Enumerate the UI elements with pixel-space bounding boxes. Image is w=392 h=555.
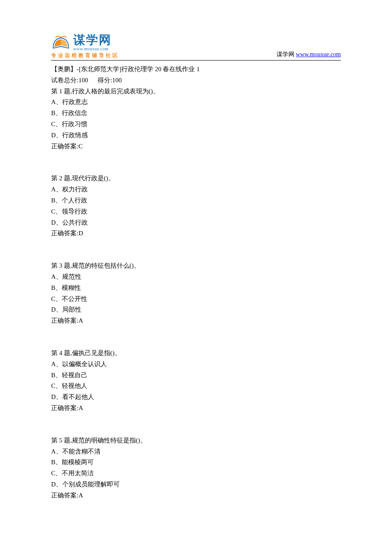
question-answer: 正确答案:A [51, 490, 341, 501]
header-row: 谋学网 www.mouxue.com 专业远程教育辅导社区 谋学网 www.mo… [51, 34, 341, 61]
question-option: C、不用太简洁 [51, 468, 341, 479]
question-option: B、能模棱两可 [51, 457, 341, 468]
question-prompt: 第 1 题,行政人格的最后完成表现为()。 [51, 86, 341, 97]
question-option: D、行政情感 [51, 130, 341, 141]
spacer [51, 425, 341, 435]
question-option: B、个人行政 [51, 195, 341, 206]
logo-block: 谋学网 www.mouxue.com 专业远程教育辅导社区 [51, 34, 119, 59]
question-option: A、以偏概全认识人 [51, 359, 341, 370]
question-option: B、模糊性 [51, 283, 341, 294]
spacer [51, 327, 341, 337]
question-option: A、权力行政 [51, 184, 341, 195]
question-answer: 正确答案:A [51, 315, 341, 327]
question-option: A、行政意志 [51, 97, 341, 108]
question-prompt: 第 3 题,规范的特征包括什么()。 [51, 260, 341, 272]
site-label: 谋学网 [277, 51, 296, 58]
question-answer: 正确答案:A [51, 403, 341, 414]
doc-title: 【奥鹏】-[东北师范大学]行政伦理学 20 春在线作业 1 [51, 64, 341, 75]
question-option: D、局部性 [51, 304, 341, 315]
question-option: C、领导行政 [51, 206, 341, 217]
question-option: D、公共行政 [51, 217, 341, 228]
question-option: A、规范性 [51, 272, 341, 283]
spacer [51, 239, 341, 250]
question-prompt: 第 2 题,现代行政是()。 [51, 173, 341, 184]
question-option: D、看不起他人 [51, 392, 341, 403]
spacer [51, 152, 341, 162]
logo-subtitle: www.mouxue.com [73, 46, 112, 51]
question-prompt: 第 5 题,规范的明确性特征是指()。 [51, 435, 341, 446]
logo-top: 谋学网 www.mouxue.com [51, 34, 119, 51]
question-option: D、个别成员能理解即可 [51, 479, 341, 490]
question-option: A、不能含糊不清 [51, 446, 341, 457]
score-line: 试卷总分:100 得分:100 [51, 75, 341, 86]
spacer [51, 162, 341, 173]
question-option: C、不公开性 [51, 294, 341, 305]
logo-text-group: 谋学网 www.mouxue.com [73, 34, 112, 51]
spacer [51, 337, 341, 348]
question-option: C、轻视他人 [51, 381, 341, 392]
spacer [51, 250, 341, 260]
question-option: C、行政习惯 [51, 119, 341, 130]
spacer [51, 414, 341, 425]
page-container: 谋学网 www.mouxue.com 专业远程教育辅导社区 谋学网 www.mo… [0, 0, 392, 518]
question-answer: 正确答案:C [51, 141, 341, 152]
question-answer: 正确答案:D [51, 228, 341, 239]
logo-title: 谋学网 [73, 34, 112, 46]
document-content: 【奥鹏】-[东北师范大学]行政伦理学 20 春在线作业 1 试卷总分:100 得… [51, 64, 341, 501]
site-link[interactable]: www.mouxue.com [296, 51, 341, 58]
book-logo-icon [51, 34, 71, 51]
question-option: B、行政信念 [51, 108, 341, 119]
question-option: B、轻视自己 [51, 370, 341, 381]
header-right: 谋学网 www.mouxue.com [277, 51, 341, 59]
logo-tagline: 专业远程教育辅导社区 [51, 52, 119, 59]
question-prompt: 第 4 题,偏执己见是指()。 [51, 348, 341, 359]
